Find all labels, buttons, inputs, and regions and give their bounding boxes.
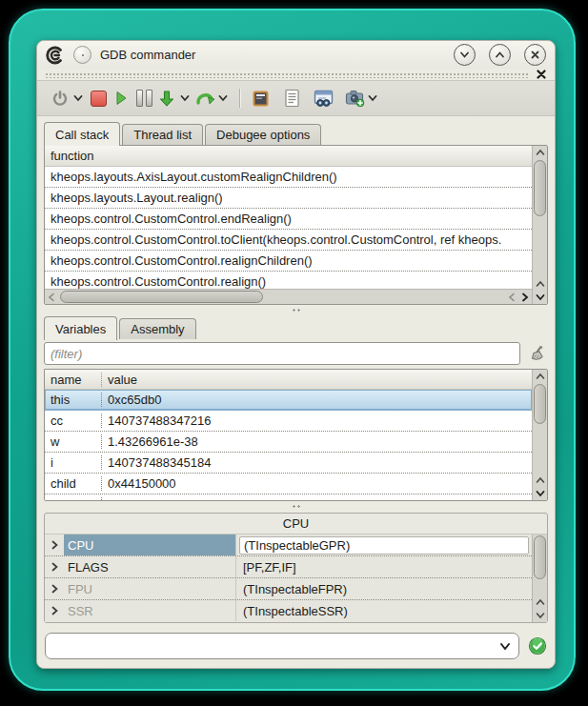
chevron-down-icon	[536, 612, 545, 619]
hscroll-track[interactable]	[58, 291, 505, 303]
cpu-row[interactable]: FLAGS [PF,ZF,IF]	[45, 556, 532, 578]
command-input[interactable]	[53, 638, 497, 655]
cpu-value-editor[interactable]: (TInspectableGPR)	[239, 536, 529, 555]
chevron-up-icon	[536, 476, 545, 484]
variable-row[interactable]: w 1.43266961e-38	[45, 432, 532, 453]
app-logo-icon	[46, 46, 65, 65]
callstack-row[interactable]: kheops.layouts.AxisLayout.customRealignC…	[45, 167, 532, 188]
expand-button[interactable]	[45, 556, 64, 577]
expand-button[interactable]	[45, 535, 64, 555]
dock-menu-button[interactable]	[73, 46, 91, 64]
unshade-button[interactable]	[489, 44, 511, 66]
splitter-variables-cpu[interactable]	[44, 501, 548, 512]
tab-variables[interactable]: Variables	[44, 316, 117, 340]
step-into-dropdown-button[interactable]	[178, 86, 192, 111]
expand-button[interactable]	[45, 578, 64, 599]
vscroll-track[interactable]	[533, 159, 547, 277]
variables-header: name value	[45, 370, 532, 390]
vscroll-thumb[interactable]	[534, 384, 546, 424]
vscroll-track[interactable]	[533, 535, 547, 595]
filter-input[interactable]	[44, 342, 520, 365]
message-list-button[interactable]	[280, 86, 303, 111]
tab-assembly[interactable]: Assembly	[119, 318, 195, 339]
window-titlebar[interactable]: GDB commander	[37, 41, 555, 69]
scroll-up-button-2[interactable]	[533, 277, 547, 291]
variables-tabbar: Variables Assembly	[44, 315, 548, 339]
chevron-down-icon	[73, 94, 83, 102]
callstack-hscrollbar[interactable]	[45, 289, 532, 304]
chevron-right-icon	[51, 540, 58, 550]
scroll-down-button[interactable]	[533, 291, 547, 304]
variable-row[interactable]: h 1.43266961e-38	[45, 494, 532, 500]
command-combobox[interactable]	[45, 633, 519, 659]
scroll-up-button[interactable]	[533, 370, 547, 383]
send-command-button[interactable]	[528, 636, 547, 656]
dock-handle[interactable]	[37, 69, 555, 80]
stop-button[interactable]	[87, 86, 110, 111]
chevron-right-icon	[51, 606, 58, 615]
window-content: Call stack Thread list Debugee options f…	[37, 116, 555, 668]
dock-close-button[interactable]	[536, 69, 547, 80]
dock-handle-dots[interactable]	[45, 71, 530, 78]
scroll-right-button[interactable]	[518, 291, 532, 304]
vscroll-thumb[interactable]	[534, 160, 546, 216]
run-button[interactable]	[110, 86, 132, 111]
variable-row[interactable]: this 0xc65db0	[45, 390, 532, 411]
power-button[interactable]	[49, 86, 71, 111]
callstack-row[interactable]: kheops.control.CustomControl.toClient(kh…	[45, 230, 532, 251]
chevron-down-icon	[536, 293, 545, 301]
step-into-button[interactable]	[155, 86, 178, 111]
combobox-dropdown-button[interactable]	[497, 642, 513, 651]
snapshot-dropdown-button[interactable]	[366, 86, 379, 111]
chevron-down-icon	[180, 94, 190, 102]
hscroll-thumb[interactable]	[60, 291, 263, 303]
chevron-up-icon	[536, 373, 545, 380]
vscroll-track[interactable]	[533, 383, 547, 474]
callstack-row[interactable]: kheops.control.CustomControl.realignChil…	[45, 251, 532, 272]
shade-button[interactable]	[454, 44, 476, 66]
tab-call-stack[interactable]: Call stack	[44, 122, 120, 146]
step-over-dropdown-button[interactable]	[216, 86, 230, 111]
variable-row[interactable]: cc 140737488347216	[45, 411, 532, 432]
cpu-row[interactable]: CPU (TInspectableGPR)	[45, 535, 532, 556]
callstack-row[interactable]: kheops.control.CustomControl.endRealign(…	[45, 209, 532, 230]
step-over-button[interactable]	[193, 86, 216, 111]
debug-toolbar	[37, 80, 555, 116]
scroll-down-button[interactable]	[533, 487, 547, 500]
window-binoculars-icon	[314, 90, 334, 108]
scroll-left-button[interactable]	[45, 291, 58, 304]
close-button[interactable]	[524, 44, 546, 66]
splitter-callstack-variables[interactable]	[44, 305, 548, 315]
add-snapshot-button[interactable]	[343, 86, 366, 111]
vscroll-thumb[interactable]	[534, 535, 546, 579]
power-dropdown-button[interactable]	[71, 86, 85, 111]
cpu-vscrollbar[interactable]	[532, 535, 547, 622]
variable-row[interactable]: i 140737488345184	[45, 453, 532, 474]
expand-button[interactable]	[45, 600, 64, 621]
pause-button[interactable]	[132, 86, 155, 111]
chevron-up-icon	[536, 598, 545, 606]
scroll-left-button-2[interactable]	[505, 291, 518, 304]
command-row	[44, 633, 548, 659]
scroll-up-button-2[interactable]	[533, 474, 547, 487]
cpu-row[interactable]: FPU (TInspectableFPR)	[45, 578, 532, 600]
clear-filter-button[interactable]	[527, 343, 548, 364]
callstack-vscrollbar[interactable]	[532, 146, 547, 304]
cpu-inspector-title: CPU	[45, 514, 547, 534]
variables-vscrollbar[interactable]	[532, 370, 547, 500]
variables-column-name: name	[45, 373, 102, 387]
scroll-up-button[interactable]	[533, 595, 547, 609]
play-icon	[112, 90, 130, 107]
variable-row[interactable]: child 0x44150000	[45, 474, 532, 494]
cpu-row[interactable]: SSR (TInspectableSSR)	[45, 600, 532, 621]
callstack-row[interactable]: kheops.layouts.Layout.realign()	[45, 188, 532, 209]
callstack-row[interactable]: kheops.control.CustomControl.realign()	[45, 272, 532, 289]
watch-inspect-button[interactable]	[312, 86, 335, 111]
scroll-up-button[interactable]	[533, 146, 547, 159]
tab-thread-list[interactable]: Thread list	[122, 124, 203, 145]
tab-debugee-options[interactable]: Debugee options	[205, 124, 321, 145]
chevron-down-icon	[536, 490, 545, 497]
cpu-view-button[interactable]	[249, 86, 272, 111]
pause-icon	[136, 90, 152, 107]
scroll-down-button[interactable]	[533, 609, 547, 622]
